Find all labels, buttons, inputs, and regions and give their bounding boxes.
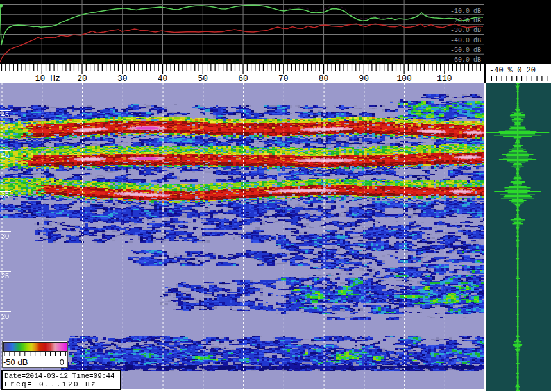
svg-text:-40.0 dB: -40.0 dB: [450, 37, 481, 44]
svg-text:-30.0 dB: -30.0 dB: [450, 27, 481, 34]
svg-text:70: 70: [278, 74, 289, 83]
svg-text:40: 40: [158, 74, 168, 83]
svg-text:110: 110: [437, 74, 452, 83]
svg-text:-10.0 dB: -10.0 dB: [450, 8, 481, 15]
svg-text:50: 50: [198, 74, 208, 83]
svg-text:-60.0 dB: -60.0 dB: [450, 56, 481, 64]
svg-text:10 Hz: 10 Hz: [35, 74, 60, 83]
svg-text:100: 100: [396, 74, 411, 83]
svg-text:20: 20: [77, 74, 87, 83]
svg-text:80: 80: [319, 74, 329, 83]
svg-text:-50.0 dB: -50.0 dB: [450, 47, 481, 54]
svg-text:60: 60: [238, 74, 248, 83]
svg-text:90: 90: [359, 74, 369, 83]
svg-text:-40 % 0 20: -40 % 0 20: [489, 66, 536, 75]
svg-text:30: 30: [117, 74, 128, 83]
